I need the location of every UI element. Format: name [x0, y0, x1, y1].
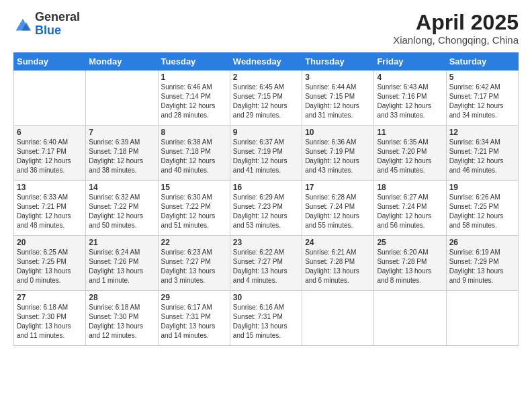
day-number: 28 [89, 293, 154, 302]
calendar-cell: 18Sunrise: 6:27 AM Sunset: 7:24 PM Dayli… [374, 181, 446, 236]
day-info: Sunrise: 6:40 AM Sunset: 7:17 PM Dayligh… [17, 138, 83, 175]
calendar-cell: 16Sunrise: 6:29 AM Sunset: 7:23 PM Dayli… [230, 181, 302, 236]
day-number: 20 [17, 238, 83, 247]
col-sunday: Sunday [14, 53, 86, 71]
day-number: 18 [377, 183, 443, 192]
day-number: 4 [377, 73, 443, 82]
calendar-cell: 1Sunrise: 6:46 AM Sunset: 7:14 PM Daylig… [158, 71, 230, 126]
day-number: 27 [17, 293, 83, 302]
calendar-cell: 21Sunrise: 6:24 AM Sunset: 7:26 PM Dayli… [86, 236, 158, 291]
day-number: 15 [161, 183, 227, 192]
day-info: Sunrise: 6:23 AM Sunset: 7:27 PM Dayligh… [161, 248, 227, 285]
day-info: Sunrise: 6:21 AM Sunset: 7:28 PM Dayligh… [305, 248, 371, 285]
calendar-cell: 23Sunrise: 6:22 AM Sunset: 7:27 PM Dayli… [230, 236, 302, 291]
calendar-cell: 28Sunrise: 6:18 AM Sunset: 7:30 PM Dayli… [86, 291, 158, 346]
col-saturday: Saturday [446, 53, 518, 71]
day-info: Sunrise: 6:27 AM Sunset: 7:24 PM Dayligh… [377, 193, 443, 230]
calendar-cell: 7Sunrise: 6:39 AM Sunset: 7:18 PM Daylig… [86, 126, 158, 181]
day-number: 16 [233, 183, 299, 192]
logo-text: General Blue [35, 11, 80, 38]
calendar-cell: 12Sunrise: 6:34 AM Sunset: 7:21 PM Dayli… [446, 126, 518, 181]
logo-icon [13, 14, 32, 33]
day-number: 17 [305, 183, 371, 192]
day-info: Sunrise: 6:37 AM Sunset: 7:19 PM Dayligh… [233, 138, 299, 175]
header-row: Sunday Monday Tuesday Wednesday Thursday… [14, 53, 519, 71]
calendar-cell: 14Sunrise: 6:32 AM Sunset: 7:22 PM Dayli… [86, 181, 158, 236]
day-number: 9 [233, 128, 299, 137]
day-info: Sunrise: 6:32 AM Sunset: 7:22 PM Dayligh… [89, 193, 154, 230]
col-tuesday: Tuesday [158, 53, 230, 71]
calendar-week-1: 1Sunrise: 6:46 AM Sunset: 7:14 PM Daylig… [14, 71, 519, 126]
calendar-cell: 29Sunrise: 6:17 AM Sunset: 7:31 PM Dayli… [158, 291, 230, 346]
day-info: Sunrise: 6:19 AM Sunset: 7:29 PM Dayligh… [449, 248, 515, 285]
calendar-cell [14, 71, 86, 126]
day-info: Sunrise: 6:24 AM Sunset: 7:26 PM Dayligh… [89, 248, 154, 285]
day-number: 3 [305, 73, 371, 82]
day-info: Sunrise: 6:43 AM Sunset: 7:16 PM Dayligh… [377, 83, 443, 120]
col-friday: Friday [374, 53, 446, 71]
calendar-cell: 6Sunrise: 6:40 AM Sunset: 7:17 PM Daylig… [14, 126, 86, 181]
day-info: Sunrise: 6:17 AM Sunset: 7:31 PM Dayligh… [161, 303, 227, 340]
day-number: 12 [449, 128, 515, 137]
day-info: Sunrise: 6:20 AM Sunset: 7:28 PM Dayligh… [377, 248, 443, 285]
day-info: Sunrise: 6:30 AM Sunset: 7:22 PM Dayligh… [161, 193, 227, 230]
day-info: Sunrise: 6:44 AM Sunset: 7:15 PM Dayligh… [305, 83, 371, 120]
calendar-cell: 8Sunrise: 6:38 AM Sunset: 7:18 PM Daylig… [158, 126, 230, 181]
day-number: 13 [17, 183, 83, 192]
calendar-cell: 22Sunrise: 6:23 AM Sunset: 7:27 PM Dayli… [158, 236, 230, 291]
calendar-week-2: 6Sunrise: 6:40 AM Sunset: 7:17 PM Daylig… [14, 126, 519, 181]
day-number: 29 [161, 293, 227, 302]
calendar-cell: 24Sunrise: 6:21 AM Sunset: 7:28 PM Dayli… [302, 236, 374, 291]
col-monday: Monday [86, 53, 158, 71]
day-number: 22 [161, 238, 227, 247]
day-number: 11 [377, 128, 443, 137]
day-number: 25 [377, 238, 443, 247]
day-number: 7 [89, 128, 154, 137]
day-info: Sunrise: 6:46 AM Sunset: 7:14 PM Dayligh… [161, 83, 227, 120]
calendar-week-5: 27Sunrise: 6:18 AM Sunset: 7:30 PM Dayli… [14, 291, 519, 346]
calendar-cell [446, 291, 518, 346]
day-info: Sunrise: 6:29 AM Sunset: 7:23 PM Dayligh… [233, 193, 299, 230]
calendar-cell: 13Sunrise: 6:33 AM Sunset: 7:21 PM Dayli… [14, 181, 86, 236]
day-number: 19 [449, 183, 515, 192]
calendar-table: Sunday Monday Tuesday Wednesday Thursday… [13, 52, 519, 346]
calendar-cell: 25Sunrise: 6:20 AM Sunset: 7:28 PM Dayli… [374, 236, 446, 291]
logo: General Blue [13, 11, 80, 38]
day-info: Sunrise: 6:45 AM Sunset: 7:15 PM Dayligh… [233, 83, 299, 120]
day-info: Sunrise: 6:26 AM Sunset: 7:25 PM Dayligh… [449, 193, 515, 230]
day-info: Sunrise: 6:18 AM Sunset: 7:30 PM Dayligh… [89, 303, 154, 340]
calendar-cell: 26Sunrise: 6:19 AM Sunset: 7:29 PM Dayli… [446, 236, 518, 291]
calendar-cell: 19Sunrise: 6:26 AM Sunset: 7:25 PM Dayli… [446, 181, 518, 236]
day-info: Sunrise: 6:35 AM Sunset: 7:20 PM Dayligh… [377, 138, 443, 175]
col-thursday: Thursday [302, 53, 374, 71]
day-info: Sunrise: 6:36 AM Sunset: 7:19 PM Dayligh… [305, 138, 371, 175]
day-info: Sunrise: 6:25 AM Sunset: 7:25 PM Dayligh… [17, 248, 83, 285]
day-info: Sunrise: 6:34 AM Sunset: 7:21 PM Dayligh… [449, 138, 515, 175]
day-number: 23 [233, 238, 299, 247]
calendar-cell: 27Sunrise: 6:18 AM Sunset: 7:30 PM Dayli… [14, 291, 86, 346]
calendar-cell: 11Sunrise: 6:35 AM Sunset: 7:20 PM Dayli… [374, 126, 446, 181]
calendar-cell: 9Sunrise: 6:37 AM Sunset: 7:19 PM Daylig… [230, 126, 302, 181]
calendar-cell: 20Sunrise: 6:25 AM Sunset: 7:25 PM Dayli… [14, 236, 86, 291]
day-info: Sunrise: 6:22 AM Sunset: 7:27 PM Dayligh… [233, 248, 299, 285]
day-info: Sunrise: 6:39 AM Sunset: 7:18 PM Dayligh… [89, 138, 154, 175]
calendar-cell: 17Sunrise: 6:28 AM Sunset: 7:24 PM Dayli… [302, 181, 374, 236]
calendar-cell [374, 291, 446, 346]
calendar-cell [302, 291, 374, 346]
calendar-cell: 3Sunrise: 6:44 AM Sunset: 7:15 PM Daylig… [302, 71, 374, 126]
calendar-week-4: 20Sunrise: 6:25 AM Sunset: 7:25 PM Dayli… [14, 236, 519, 291]
day-number: 14 [89, 183, 154, 192]
col-wednesday: Wednesday [230, 53, 302, 71]
header: General Blue April 2025 Xianlong, Chongq… [13, 11, 519, 46]
day-number: 26 [449, 238, 515, 247]
day-info: Sunrise: 6:18 AM Sunset: 7:30 PM Dayligh… [17, 303, 83, 340]
calendar-week-3: 13Sunrise: 6:33 AM Sunset: 7:21 PM Dayli… [14, 181, 519, 236]
calendar-cell [86, 71, 158, 126]
day-number: 8 [161, 128, 227, 137]
day-info: Sunrise: 6:42 AM Sunset: 7:17 PM Dayligh… [449, 83, 515, 120]
day-number: 2 [233, 73, 299, 82]
calendar-cell: 30Sunrise: 6:16 AM Sunset: 7:31 PM Dayli… [230, 291, 302, 346]
month-title: April 2025 [393, 11, 519, 34]
page: General Blue April 2025 Xianlong, Chongq… [0, 0, 532, 411]
calendar-cell: 15Sunrise: 6:30 AM Sunset: 7:22 PM Dayli… [158, 181, 230, 236]
